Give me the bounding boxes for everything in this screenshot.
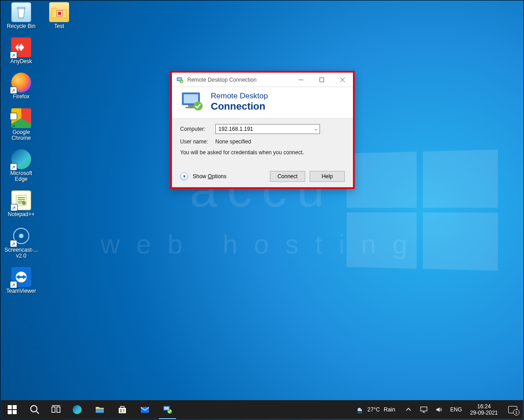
- folder-icon: [49, 2, 69, 22]
- clock-time: 16:24: [470, 403, 498, 410]
- chevron-down-icon[interactable]: ⌄: [311, 126, 320, 132]
- desktop-icon-label: TeamViewer: [6, 288, 36, 294]
- rdc-app-icon: [176, 75, 185, 84]
- system-tray: 27°C Rain ENG 16:24 29-09-2021 1: [350, 400, 523, 419]
- desktop-icon-label: Recycle Bin: [7, 23, 35, 29]
- computer-row: Computer: ⌄: [180, 124, 345, 134]
- desktop-icon-label: Screencast-... v2.0: [4, 247, 38, 259]
- minimize-button[interactable]: [291, 73, 311, 87]
- computer-label: Computer:: [180, 126, 215, 132]
- taskbar-clock[interactable]: 16:24 29-09-2021: [466, 403, 502, 416]
- desktop-icon-screencast[interactable]: Screencast-... v2.0: [4, 226, 38, 259]
- language-text: ENG: [450, 406, 462, 413]
- svg-rect-11: [320, 78, 324, 82]
- svg-rect-28: [123, 409, 125, 411]
- rdc-window[interactable]: Remote Desktop Connection Remote Desktop…: [170, 71, 355, 189]
- close-button[interactable]: [332, 73, 353, 87]
- show-options-link[interactable]: Show Options: [193, 173, 265, 180]
- desktop-icon-column-2: Test: [42, 2, 78, 29]
- rdc-banner: Remote Desktop Connection: [172, 87, 353, 119]
- rdc-banner-icon: [180, 92, 204, 111]
- svg-rect-20: [13, 410, 17, 414]
- task-view-button[interactable]: [46, 400, 66, 419]
- desktop-icon-notepadpp[interactable]: Notepad++: [4, 190, 38, 217]
- computer-input[interactable]: [216, 125, 311, 134]
- tray-volume-icon[interactable]: [431, 406, 447, 413]
- svg-rect-26: [119, 408, 126, 413]
- svg-rect-33: [164, 407, 169, 410]
- help-button[interactable]: Help: [310, 171, 345, 182]
- taskbar-mail[interactable]: [134, 400, 156, 419]
- screencast-icon: [11, 226, 31, 246]
- desktop-icon-column-1: Recycle Bin AnyDesk Firefox Google Chrom…: [4, 2, 40, 294]
- desktop[interactable]: accu web hosting Recycle Bin AnyDesk Fir…: [0, 0, 524, 420]
- svg-point-10: [180, 79, 183, 83]
- desktop-icon-label: Firefox: [13, 94, 30, 100]
- weather-widget[interactable]: 27°C Rain: [350, 406, 401, 414]
- desktop-icon-recycle-bin[interactable]: Recycle Bin: [4, 2, 38, 29]
- taskbar-file-explorer[interactable]: [88, 400, 111, 419]
- language-indicator[interactable]: ENG: [447, 406, 466, 413]
- weather-icon: [356, 406, 364, 414]
- taskbar-remote-desktop[interactable]: [156, 400, 179, 419]
- computer-combobox[interactable]: ⌄: [215, 124, 320, 134]
- tray-overflow-button[interactable]: [401, 406, 416, 413]
- connect-button[interactable]: Connect: [270, 171, 305, 182]
- firefox-icon: [11, 73, 31, 92]
- desktop-icon-teamviewer[interactable]: TeamViewer: [4, 267, 38, 294]
- svg-rect-14: [188, 105, 194, 107]
- desktop-icon-chrome[interactable]: Google Chrome: [4, 108, 38, 141]
- svg-rect-7: [58, 12, 61, 15]
- notepadpp-icon: [11, 190, 31, 210]
- edge-icon: [11, 149, 31, 169]
- weather-temp: 27°C: [367, 406, 380, 413]
- desktop-icon-label: Test: [54, 23, 64, 29]
- start-button[interactable]: [1, 400, 23, 419]
- svg-point-21: [31, 406, 37, 412]
- svg-rect-17: [8, 405, 12, 409]
- rdc-titlebar[interactable]: Remote Desktop Connection: [172, 73, 353, 87]
- action-center-button[interactable]: 1: [502, 406, 523, 413]
- taskbar-edge[interactable]: [66, 400, 88, 419]
- svg-point-24: [73, 405, 82, 414]
- svg-rect-25: [96, 409, 104, 413]
- username-label: User name:: [180, 138, 215, 145]
- desktop-icon-test-folder[interactable]: Test: [42, 2, 76, 29]
- taskbar-spacer: [179, 400, 350, 419]
- username-row: User name: None specified: [180, 138, 345, 145]
- desktop-icon-anydesk[interactable]: AnyDesk: [4, 37, 38, 65]
- rdc-banner-line2: Connection: [211, 101, 268, 112]
- rdc-hint: You will be asked for credentials when y…: [180, 149, 345, 156]
- desktop-icon-label: Notepad++: [8, 212, 34, 217]
- watermark-line2: web hosting: [100, 228, 423, 261]
- desktop-icon-label: Google Chrome: [4, 129, 38, 141]
- chrome-icon: [11, 108, 31, 128]
- clock-date: 29-09-2021: [470, 410, 498, 416]
- svg-point-1: [22, 201, 26, 205]
- rdc-banner-text: Remote Desktop Connection: [211, 92, 268, 112]
- anydesk-icon: [11, 37, 31, 57]
- desktop-icon-label: AnyDesk: [10, 59, 32, 65]
- notification-count: 1: [513, 409, 519, 415]
- search-button[interactable]: [23, 400, 46, 419]
- weather-condition: Rain: [384, 406, 395, 413]
- taskbar-active-indicator: [159, 418, 176, 419]
- desktop-icon-edge[interactable]: Microsoft Edge: [4, 149, 38, 182]
- svg-rect-27: [120, 409, 122, 411]
- taskbar: 27°C Rain ENG 16:24 29-09-2021 1: [1, 400, 523, 419]
- taskbar-ms-store[interactable]: [111, 400, 134, 419]
- rdc-footer: ▾ Show Options Connect Help: [172, 167, 353, 187]
- tray-monitor-icon[interactable]: [416, 406, 431, 413]
- username-value: None specified: [215, 138, 251, 145]
- notification-icon: 1: [508, 406, 517, 413]
- recycle-bin-icon: [11, 2, 31, 22]
- desktop-icon-label: Microsoft Edge: [4, 171, 38, 182]
- svg-rect-22: [52, 407, 55, 412]
- rdc-title: Remote Desktop Connection: [187, 77, 291, 83]
- rdc-banner-line1: Remote Desktop: [211, 92, 268, 101]
- disclosure-toggle-icon[interactable]: ▾: [180, 172, 188, 180]
- maximize-button[interactable]: [311, 73, 332, 87]
- teamviewer-icon: [11, 267, 31, 287]
- rdc-body: Computer: ⌄ User name: None specified Yo…: [172, 119, 353, 167]
- desktop-icon-firefox[interactable]: Firefox: [4, 73, 38, 100]
